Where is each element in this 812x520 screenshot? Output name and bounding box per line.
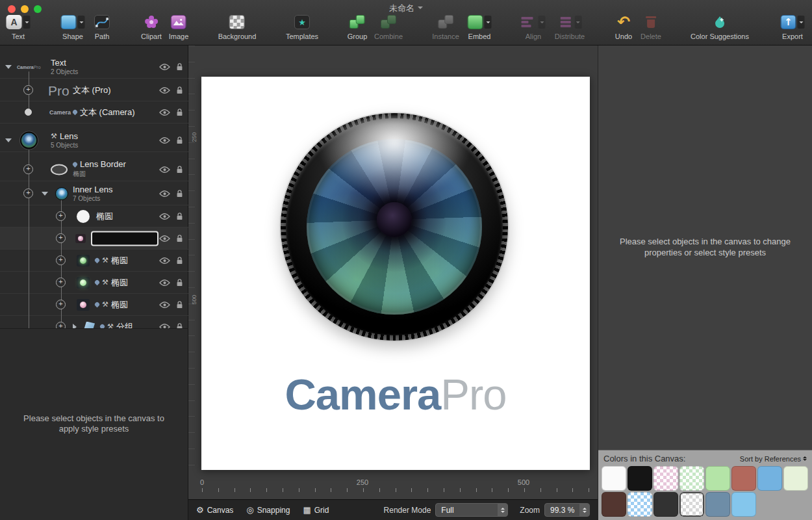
disclosure-open-icon[interactable] <box>42 192 48 196</box>
layer-thumbnail <box>77 299 90 311</box>
chevron-down-icon[interactable] <box>485 16 492 29</box>
toolbar-undo-button[interactable]: ↶ Undo <box>615 14 632 40</box>
lock-icon[interactable] <box>176 136 183 145</box>
lock-icon[interactable] <box>176 86 183 95</box>
lock-icon[interactable] <box>176 212 183 221</box>
toolbar-path-button[interactable]: Path <box>94 14 110 40</box>
chevron-down-icon[interactable] <box>23 16 31 29</box>
visibility-eye-icon[interactable] <box>159 257 170 265</box>
color-swatch[interactable] <box>705 492 730 517</box>
color-swatch[interactable] <box>628 492 652 517</box>
canvas-settings-button[interactable]: ⚙ Canvas <box>196 505 233 515</box>
grid-label: Grid <box>314 506 329 515</box>
color-swatch[interactable] <box>705 466 730 491</box>
document-title[interactable]: 未命名 <box>0 3 812 14</box>
layer-thumbnail <box>51 164 68 175</box>
color-swatch[interactable] <box>679 492 704 517</box>
visibility-eye-icon[interactable] <box>159 63 170 71</box>
chevron-down-icon[interactable] <box>798 16 805 29</box>
visibility-eye-icon[interactable] <box>159 213 170 220</box>
toolbar-combine-button: Combine <box>374 14 403 40</box>
color-swatch[interactable] <box>602 466 626 491</box>
color-swatch[interactable] <box>653 492 678 517</box>
layer-controls <box>159 300 183 309</box>
zoom-stepper[interactable]: 99.3 % <box>544 503 590 517</box>
visibility-eye-icon[interactable] <box>159 190 170 198</box>
toolbar-shape-button[interactable]: Shape <box>61 14 85 40</box>
add-node-icon[interactable] <box>56 233 66 243</box>
grid-button[interactable]: ▦ Grid <box>303 505 329 515</box>
visibility-eye-icon[interactable] <box>159 166 170 174</box>
chevron-down-icon[interactable] <box>78 16 85 29</box>
disclosure-open-icon[interactable] <box>5 138 12 142</box>
add-node-icon[interactable] <box>56 278 66 287</box>
shape-icon <box>61 15 77 29</box>
add-node-icon[interactable] <box>56 255 66 265</box>
color-swatch[interactable] <box>731 492 756 517</box>
lock-icon[interactable] <box>176 278 183 287</box>
snapping-button[interactable]: ◎ Snapping <box>246 505 290 515</box>
lens-artwork[interactable] <box>281 113 508 341</box>
toolbar-delete-button: Delete <box>641 14 661 40</box>
lock-icon[interactable] <box>176 189 183 198</box>
lock-icon[interactable] <box>176 62 183 72</box>
style-droplet-icon <box>94 280 101 286</box>
add-node-icon[interactable] <box>56 211 66 221</box>
add-node-icon[interactable] <box>56 322 66 330</box>
toolbar-label: Text <box>6 32 31 40</box>
embed-icon <box>468 15 483 29</box>
toolbar-clipart-button[interactable]: Clipart <box>141 14 162 40</box>
add-node-icon[interactable] <box>23 164 33 174</box>
layer-title: Lens Border <box>80 160 126 169</box>
color-swatch[interactable] <box>602 492 626 517</box>
sort-by-references-select[interactable]: Sort by References <box>740 454 807 463</box>
toolbar-background-button[interactable]: Background <box>218 14 257 40</box>
export-arrow-icon: ↑ <box>781 15 796 29</box>
add-node-icon[interactable] <box>56 300 66 309</box>
layer-subtitle: 7 Objects <box>73 195 112 202</box>
color-swatch[interactable] <box>783 466 808 491</box>
color-swatch[interactable] <box>653 466 678 491</box>
layer-row-lens-group[interactable]: ⚒Lens 5 Objects <box>0 129 188 152</box>
image-icon <box>171 15 186 29</box>
layer-rename-input[interactable] <box>91 231 159 246</box>
render-mode-select[interactable]: Full <box>435 503 508 517</box>
add-node-icon[interactable] <box>23 85 33 95</box>
color-swatch[interactable] <box>628 466 652 491</box>
toolbar-text-button[interactable]: A Text <box>6 14 31 40</box>
add-node-icon[interactable] <box>23 188 33 198</box>
toolbar-group-button[interactable]: Group <box>348 14 368 40</box>
toolbar-color-suggestions-button[interactable]: Color Suggestions <box>691 14 749 40</box>
lock-icon[interactable] <box>176 108 183 117</box>
visibility-eye-icon[interactable] <box>159 301 170 309</box>
disclosure-closed-icon[interactable] <box>73 324 77 330</box>
artboard[interactable]: CameraPro <box>201 77 590 470</box>
visibility-eye-icon[interactable] <box>159 279 170 287</box>
visibility-eye-icon[interactable] <box>159 86 170 94</box>
layer-controls <box>159 256 183 265</box>
color-swatch[interactable] <box>679 466 704 491</box>
visibility-eye-icon[interactable] <box>159 109 170 116</box>
layer-title: 椭圆 <box>111 300 128 309</box>
brand-wordmark[interactable]: CameraPro <box>201 369 590 419</box>
disclosure-open-icon[interactable] <box>5 65 12 69</box>
toolbar-embed-button[interactable]: Embed <box>468 14 492 40</box>
lock-icon[interactable] <box>176 322 183 330</box>
lock-icon[interactable] <box>176 300 183 309</box>
color-swatch[interactable] <box>757 466 782 491</box>
visibility-eye-icon[interactable] <box>159 235 170 242</box>
visibility-eye-icon[interactable] <box>159 136 170 144</box>
toolbar-templates-button[interactable]: ★ Templates <box>286 14 318 40</box>
lock-icon[interactable] <box>176 234 183 243</box>
toolbar-export-button[interactable]: ↑ Export <box>781 14 805 40</box>
toolbar-label: Distribute <box>555 32 585 40</box>
render-mode-value: Full <box>441 506 453 515</box>
visibility-eye-icon[interactable] <box>159 323 170 330</box>
lock-icon[interactable] <box>176 256 183 265</box>
layer-subtitle: 椭圆 <box>73 170 126 179</box>
ruler-tick-label: 500 <box>191 291 197 308</box>
color-swatch[interactable] <box>731 466 756 491</box>
lock-icon[interactable] <box>176 165 183 174</box>
toolbar-image-button[interactable]: Image <box>169 14 189 40</box>
canvas[interactable]: 250 500 CameraPro 0 250 500 <box>188 46 598 520</box>
